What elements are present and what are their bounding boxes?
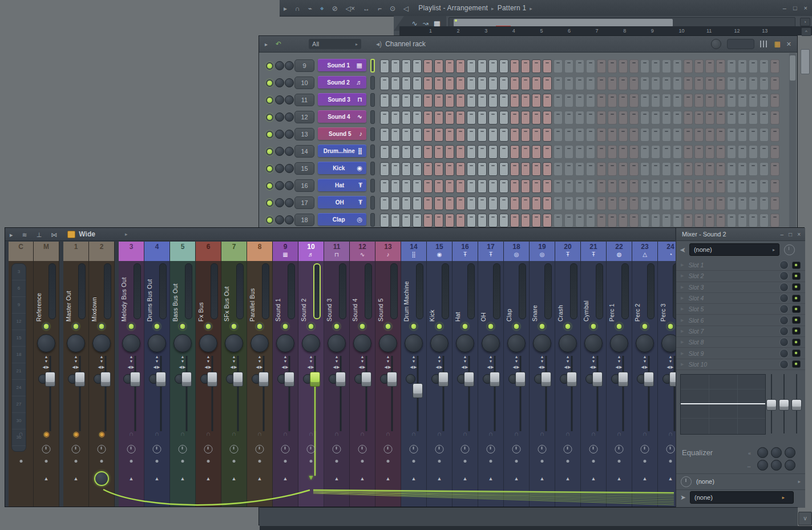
step-cell[interactable] [391,214,400,227]
track-mute-led[interactable] [616,323,623,330]
step-cell[interactable] [640,179,649,193]
step-cell[interactable] [391,77,400,90]
slot-arrow-icon[interactable]: ▶ [681,307,684,311]
step-cell[interactable] [651,111,660,125]
latency-clock-icon[interactable] [589,445,598,453]
step-cell[interactable] [749,214,758,227]
slot-enable-led[interactable] [792,283,801,291]
eq-band-knob-2[interactable] [771,460,782,471]
step-cell[interactable] [488,94,498,107]
playlist-vscroll-thumb[interactable] [801,49,810,74]
step-cell[interactable] [716,162,725,176]
step-cell[interactable] [619,162,628,176]
step-cell[interactable] [738,94,747,107]
step-cell[interactable] [738,77,747,90]
send-arrow-icon[interactable]: ▲ [206,476,211,481]
channel-select-pill[interactable] [370,93,375,107]
channel-select-pill[interactable] [370,59,375,73]
record-arm-icon[interactable]: ◉ [73,430,79,438]
mixer-layout-select[interactable]: Wide [79,230,95,238]
step-cell[interactable] [532,214,541,227]
headphone-icon[interactable]: ∩ [668,430,673,437]
step-cell[interactable] [423,111,433,125]
step-cell[interactable] [391,59,400,73]
channel-number[interactable]: 12 [294,111,314,123]
stereo-sep-knob[interactable] [430,334,449,352]
step-cell[interactable] [760,162,769,176]
track-mute-led[interactable] [487,323,495,330]
step-cell[interactable] [380,59,389,73]
mixer-track-C[interactable]: C3691215182124273036∩ [9,242,34,507]
effect-slot[interactable]: ▶Slot 5 [676,304,805,315]
playback-tool-icon[interactable]: ◁ [403,5,409,13]
step-cell[interactable] [684,77,693,90]
latency-clock-icon[interactable] [333,445,341,453]
stereo-sep-knob[interactable] [610,334,628,352]
rack-menu-arrow-icon[interactable]: ▸ [265,41,268,47]
step-cell[interactable] [488,128,498,142]
effect-slot[interactable]: ▶Slot 2 [676,271,805,282]
mixer-track-Sound 1[interactable]: 9▦Sound 1▲▼◀▶∩▲ [273,242,298,507]
step-cell[interactable] [423,214,433,227]
effect-slot[interactable]: ▶Slot 4 [676,293,805,304]
step-cell[interactable] [402,111,411,125]
step-cell[interactable] [619,145,628,159]
step-cell[interactable] [716,196,725,210]
step-cell[interactable] [467,77,476,90]
draw-tool-icon[interactable]: ⌖ [320,5,324,13]
delay-clock-icon[interactable] [784,244,795,255]
step-cell[interactable] [651,94,660,107]
send-arrow-icon[interactable]: ▲ [44,476,49,481]
slot-enable-led[interactable] [792,360,801,368]
step-cell[interactable] [673,77,682,90]
step-cell[interactable] [532,196,541,210]
step-cell[interactable] [640,145,649,159]
step-cell[interactable] [478,214,487,227]
step-cell[interactable] [673,196,682,210]
volume-fader[interactable] [310,372,320,387]
step-cell[interactable] [564,128,573,142]
step-cell[interactable] [640,214,649,227]
slot-arrow-icon[interactable]: ▶ [681,274,684,278]
step-cell[interactable] [554,111,563,125]
step-cell[interactable] [499,128,508,142]
latency-clock-icon[interactable] [384,445,393,453]
stereo-sep-knob[interactable] [379,334,397,352]
track-header[interactable]: 6 [196,242,221,261]
step-cell[interactable] [456,179,465,193]
step-cell[interactable] [749,196,758,210]
step-cell[interactable] [554,94,563,107]
channel-select-pill[interactable] [370,213,375,227]
volume-fader[interactable] [233,372,243,387]
stereo-sep-knob[interactable] [225,334,243,352]
channel-button[interactable]: Sound 2♬ [318,76,366,89]
mixer-track-Reference[interactable]: MReference▲▼◀▶◉▲ [34,242,59,507]
step-cell[interactable] [640,196,649,210]
send-arrow-icon[interactable]: ▲ [74,476,79,481]
channel-enable-led[interactable] [266,216,273,224]
step-cell[interactable] [651,162,660,176]
step-cell[interactable] [564,162,573,176]
track-mute-led[interactable] [98,323,106,330]
step-cell[interactable] [445,111,454,125]
channel-number[interactable]: 18 [294,214,314,226]
rack-vscroll-thumb[interactable] [790,55,795,81]
step-cell[interactable] [651,214,660,227]
step-cell[interactable] [694,128,704,142]
step-cell[interactable] [694,145,704,159]
mixer-track-Cymbal[interactable]: 21ŦCymbal▲▼◀▶∩▲ [581,242,607,507]
latency-clock-icon[interactable] [666,445,675,453]
headphones-icon[interactable]: ∩ [295,5,300,13]
latency-clock-icon[interactable] [42,445,51,453]
step-cell[interactable] [456,162,465,176]
step-cell[interactable] [521,94,530,107]
step-cell[interactable] [662,196,671,210]
step-cell[interactable] [640,59,649,73]
volume-fader[interactable] [490,372,500,387]
channel-select-pill[interactable] [370,110,375,124]
step-cell[interactable] [673,179,682,193]
step-cell[interactable] [684,59,693,73]
step-cell[interactable] [619,179,628,193]
step-cell[interactable] [705,214,714,227]
step-cell[interactable] [694,59,704,73]
